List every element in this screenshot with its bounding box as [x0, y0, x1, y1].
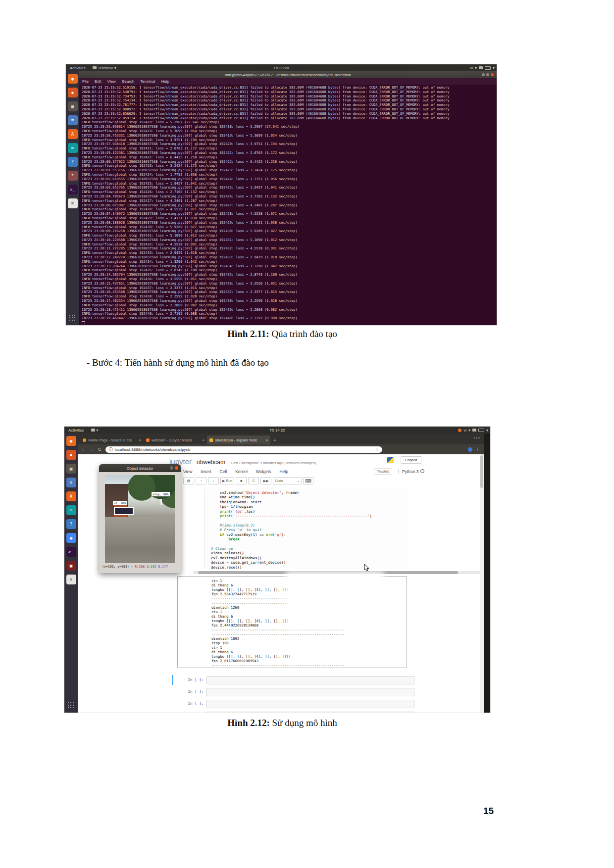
- terminal-menu-item[interactable]: Edit: [92, 79, 104, 84]
- software-center-icon[interactable]: ◆: [66, 450, 76, 460]
- forward-button[interactable]: →: [90, 447, 94, 452]
- terminal-window-icon: [93, 66, 97, 69]
- tweaks-icon[interactable]: *: [68, 171, 78, 181]
- close-icon[interactable]: [175, 466, 178, 470]
- system-caret-icon[interactable]: ▾: [493, 66, 495, 70]
- volume-icon[interactable]: [479, 66, 483, 69]
- minimize-icon[interactable]: [170, 466, 173, 470]
- empty-code-cell[interactable]: In [ ]:: [172, 675, 414, 685]
- arduino-icon[interactable]: ∞: [68, 143, 78, 153]
- bookmark-star-icon[interactable]: ☆: [375, 447, 378, 452]
- empty-code-cell[interactable]: In [ ]:: [172, 699, 414, 709]
- maximize-icon[interactable]: [486, 73, 489, 76]
- clock-2[interactable]: T5 14:22: [269, 428, 285, 433]
- cell-type-select[interactable]: Code ⌄: [273, 477, 302, 484]
- document-viewer-icon[interactable]: ≡: [66, 478, 76, 487]
- reload-button[interactable]: C: [98, 447, 102, 452]
- menu-kebab-icon[interactable]: ⋮: [475, 447, 480, 452]
- jupyter-menu-item[interactable]: View: [183, 469, 192, 474]
- terminal-menu-item[interactable]: View: [104, 79, 119, 84]
- code-cell-input[interactable]: cv2.imshow('Object detector', frame) end…: [205, 489, 409, 569]
- app-menu-2[interactable]: ▾: [91, 428, 99, 433]
- jupyter-menu-item[interactable]: Insert: [201, 469, 211, 474]
- notebook-title[interactable]: obwebcam: [197, 459, 225, 466]
- tab-obwebcam-notebook[interactable]: obwebcam - Jupyter Note ×: [207, 435, 270, 444]
- keyboard-layout-indicator-2[interactable]: vi: [463, 428, 466, 433]
- terminal-titlebar[interactable]: lmh@lmh-Aspire-ES-576G: ~/tensor2/models…: [79, 71, 497, 78]
- show-applications-icon[interactable]: [69, 315, 76, 321]
- battery-icon[interactable]: [485, 66, 491, 70]
- terminal-menu-item[interactable]: File: [79, 79, 92, 84]
- activities-button[interactable]: Activities: [70, 66, 86, 70]
- site-info-icon[interactable]: ⓘ: [109, 447, 113, 452]
- terminal-menu-item[interactable]: Help: [158, 79, 172, 84]
- paste-icon[interactable]: ▤: [183, 477, 194, 484]
- horizontal-scrollbar[interactable]: [193, 571, 480, 574]
- document-viewer-icon[interactable]: ≡: [68, 115, 78, 125]
- tab-close-icon[interactable]: ×: [139, 438, 141, 442]
- files-icon[interactable]: ▦: [68, 101, 78, 111]
- restart-icon[interactable]: C: [248, 477, 259, 484]
- folder-a-icon[interactable]: A: [68, 129, 78, 139]
- back-button[interactable]: ←: [81, 447, 86, 452]
- window-controls-2[interactable]: •••: [474, 435, 481, 440]
- software-center-icon[interactable]: ◆: [68, 88, 78, 97]
- files-icon[interactable]: ▦: [66, 464, 76, 474]
- jupyter-menu-item[interactable]: Cell: [220, 469, 227, 474]
- clock[interactable]: T5 23:20: [273, 66, 289, 70]
- move-down-icon[interactable]: ↓: [208, 477, 219, 484]
- empty-code-cell[interactable]: In [ ]:: [172, 711, 414, 713]
- terminal-app-icon[interactable]: >_: [68, 185, 78, 194]
- command-palette-icon[interactable]: ⌨: [303, 477, 313, 484]
- system-caret-icon-2[interactable]: ▾: [486, 428, 488, 433]
- cell-input-box[interactable]: [206, 700, 414, 708]
- close-icon[interactable]: [491, 73, 494, 76]
- app-menu[interactable]: Terminal ▾: [93, 66, 116, 70]
- tab-close-icon[interactable]: ×: [203, 438, 205, 442]
- cell-input-box[interactable]: [206, 676, 414, 684]
- folder-a-icon[interactable]: A: [66, 491, 76, 501]
- tab-home-page[interactable]: Home Page - Select or cre ×: [80, 435, 144, 444]
- firefox-icon[interactable]: ◉: [68, 74, 78, 84]
- detector-titlebar[interactable]: Object detector: [99, 464, 181, 472]
- new-tab-button[interactable]: +: [273, 437, 276, 443]
- terminal-app-icon[interactable]: >_: [66, 547, 76, 557]
- empty-code-cell[interactable]: In [ ]:: [172, 687, 414, 697]
- terminal-menu-item[interactable]: Terminal: [137, 79, 158, 84]
- minimize-icon[interactable]: [482, 73, 485, 76]
- object-detector-window[interactable]: Object detector st: 99% stop: 98%: [99, 464, 181, 573]
- activities-button-2[interactable]: Activities: [68, 428, 84, 433]
- show-applications-icon-2[interactable]: [68, 702, 74, 709]
- battery-icon-2[interactable]: [478, 429, 484, 432]
- jupyter-menu-item[interactable]: Help: [280, 469, 288, 474]
- jupyter-menu-item[interactable]: Widgets: [256, 469, 271, 474]
- stop-icon[interactable]: ■: [236, 477, 247, 484]
- screenshot-tool-icon[interactable]: ▣: [66, 561, 76, 571]
- scrollbar-thumb[interactable]: [480, 455, 483, 488]
- keyboard-layout-indicator[interactable]: vi: [470, 66, 473, 70]
- fast-forward-icon[interactable]: ▶▶: [260, 477, 271, 484]
- volume-icon-2[interactable]: [472, 429, 476, 432]
- arduino-icon[interactable]: ∞: [66, 505, 76, 515]
- window-controls[interactable]: [482, 73, 494, 76]
- notes-icon[interactable]: ≡: [68, 198, 78, 208]
- url-field[interactable]: ⓘ localhost:8888/notebooks/obwebcam.ipyn…: [105, 446, 382, 453]
- tab-close-icon[interactable]: ×: [266, 438, 268, 442]
- vertical-scrollbar[interactable]: [480, 454, 484, 713]
- scrollbar-thumb[interactable]: [198, 571, 458, 574]
- help-icon[interactable]: ?: [66, 519, 76, 529]
- notes-icon[interactable]: ≡: [66, 575, 76, 584]
- move-up-icon[interactable]: ↑: [196, 477, 206, 484]
- run-button[interactable]: ▶ Run: [220, 477, 234, 484]
- terminal-line: I0723 23:19:59.125381 139662018037568 le…: [82, 151, 497, 155]
- terminal-menu-item[interactable]: Search: [119, 79, 137, 84]
- firefox-icon[interactable]: ◉: [66, 436, 76, 446]
- help-icon[interactable]: ?: [68, 157, 78, 167]
- cell-input-box[interactable]: [206, 712, 414, 713]
- jupyter-menu-item[interactable]: Kernel: [235, 469, 248, 474]
- tab-webcam-notebook[interactable]: webcam - Jupyter Noteb ×: [144, 435, 207, 444]
- chrome-icon[interactable]: ◉: [66, 533, 76, 543]
- cell-input-box[interactable]: [206, 688, 414, 696]
- logout-button[interactable]: Logout: [401, 456, 421, 464]
- profile-avatar[interactable]: [468, 447, 472, 452]
